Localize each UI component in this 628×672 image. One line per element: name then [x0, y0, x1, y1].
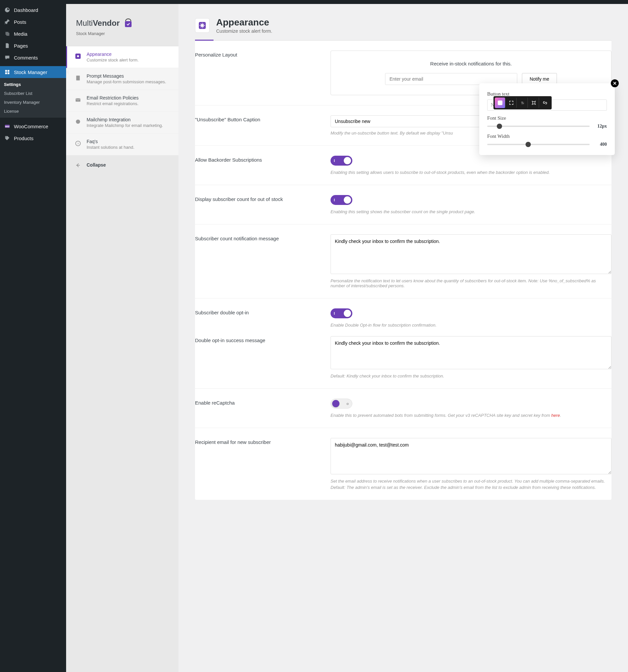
backorder-toggle[interactable]: I: [331, 156, 352, 166]
font-width-slider[interactable]: [487, 144, 590, 145]
toolbar-expand-button[interactable]: [506, 97, 516, 108]
nav-title: Prompt Messages: [87, 73, 166, 79]
plugin-sidebar: MultiVendor Stock Manager Appearance Cus…: [66, 4, 178, 672]
recaptcha-here-link[interactable]: here: [551, 413, 560, 418]
setting-label: Display subscriber count for out of stoc…: [195, 195, 317, 214]
slider-thumb[interactable]: [526, 142, 531, 147]
svg-point-11: [76, 120, 80, 124]
svg-text:T: T: [523, 102, 524, 104]
recipient-email-textarea[interactable]: habijubi@gmail.com, test@test.com: [331, 438, 611, 474]
nav-title: Faq's: [87, 139, 135, 144]
popover-close-button[interactable]: [611, 79, 619, 87]
svg-rect-1: [7, 70, 9, 72]
content-area: Appearance Customize stock alert form. P…: [178, 4, 628, 672]
nav-desc: Instant solutions at hand.: [87, 145, 135, 150]
svg-rect-0: [5, 70, 7, 72]
menu-label: Dashboard: [14, 7, 38, 13]
svg-rect-6: [125, 21, 131, 27]
brand-text-bold: Vendor: [93, 19, 120, 27]
button-style-popover: Button text Font Size 12px Font Width 40…: [479, 83, 615, 155]
submenu-inventory-manager[interactable]: Inventory Manager: [0, 98, 66, 107]
page-subtitle: Customize stock alert form.: [216, 28, 272, 34]
menu-comments[interactable]: Comments: [0, 52, 66, 64]
brand-text-light: Multi: [76, 19, 93, 27]
toolbar-text-button[interactable]: TT: [517, 97, 528, 108]
toggle-on-label: I: [334, 311, 335, 315]
svg-rect-9: [76, 76, 80, 80]
nav-appearance[interactable]: Appearance Customize stock alert form.: [66, 46, 178, 68]
toolbar-link-button[interactable]: [540, 97, 550, 108]
preview-heading: Receive in-stock notifications for this.: [341, 61, 601, 67]
nav-collapse[interactable]: Collapse: [66, 155, 178, 174]
nav-desc: Manage post-form submission messages.: [87, 79, 166, 84]
nav-desc: Integrate Mailchimp for email marketing.: [87, 123, 163, 128]
nav-desc: Customize stock alert form.: [87, 57, 139, 63]
submenu-license[interactable]: License: [0, 107, 66, 116]
menu-label: Comments: [14, 55, 38, 61]
submenu-subscriber-list[interactable]: Subscriber List: [0, 89, 66, 98]
font-size-value: 12px: [594, 124, 607, 129]
pin-icon: [4, 19, 10, 25]
display-count-toggle[interactable]: I: [331, 195, 352, 205]
menu-media[interactable]: Media: [0, 28, 66, 40]
nav-email-restriction[interactable]: Email Restriction Policies Restrict emai…: [66, 90, 178, 112]
row-double-optin-message: Double opt-in success message Kindly che…: [195, 333, 611, 389]
setting-label: Double opt-in success message: [195, 336, 317, 379]
toggle-on-label: I: [334, 159, 335, 163]
collapse-label: Collapse: [87, 162, 106, 168]
menu-dashboard[interactable]: Dashboard: [0, 4, 66, 16]
row-recipient-email: Recipient email for new subscriber habij…: [195, 428, 611, 500]
setting-hint: Enable this to prevent automated bots fr…: [331, 413, 611, 418]
setting-hint: Enable Double Opt-in flow for subscripti…: [331, 322, 611, 328]
recaptcha-toggle[interactable]: o: [331, 399, 352, 409]
toggle-knob: [344, 157, 351, 164]
toggle-knob: [344, 196, 351, 203]
envelope-icon: [74, 96, 82, 104]
font-size-slider[interactable]: [487, 126, 590, 127]
nav-prompt-messages[interactable]: Prompt Messages Manage post-form submiss…: [66, 68, 178, 90]
row-enable-recaptcha: Enable reCaptcha o Enable this to preven…: [195, 389, 611, 428]
style-toolbar: TT: [493, 96, 552, 110]
toggle-knob: [344, 310, 351, 317]
toolbar-align-button[interactable]: [529, 97, 539, 108]
toggle-off-label: o: [346, 402, 349, 406]
nav-mailchimp[interactable]: Mailchimp Integration Integrate Mailchim…: [66, 112, 178, 134]
slider-thumb[interactable]: [497, 124, 502, 129]
media-icon: [4, 30, 10, 37]
double-optin-message-textarea[interactable]: Kindly check your inbox to confirm the s…: [331, 336, 611, 369]
tab-bar: [195, 40, 611, 41]
double-optin-toggle[interactable]: I: [331, 308, 352, 318]
menu-label: Stock Manager: [14, 69, 47, 75]
menu-pages[interactable]: Pages: [0, 40, 66, 52]
nav-faqs[interactable]: ? Faq's Instant solutions at hand.: [66, 134, 178, 155]
svg-text:?: ?: [77, 142, 79, 145]
setting-label: "Unsubscribe" Button Caption: [195, 115, 317, 136]
menu-woocommerce[interactable]: woo WooCommerce: [0, 120, 66, 132]
menu-label: Posts: [14, 19, 26, 25]
svg-rect-19: [532, 102, 535, 104]
toolbar-color-button[interactable]: [495, 97, 505, 108]
woocommerce-icon: woo: [4, 123, 10, 129]
row-count-notification-message: Subscriber count notification message Ki…: [195, 224, 611, 298]
wp-admin-bar: [0, 0, 628, 4]
popover-label-font-width: Font Width: [487, 134, 607, 139]
svg-rect-16: [498, 100, 502, 105]
setting-hint: Default: Kindly check your inbox to conf…: [331, 374, 611, 379]
setting-hint: Default: The admin's email is set as the…: [331, 485, 611, 490]
row-display-subscriber-count: Display subscriber count for out of stoc…: [195, 185, 611, 224]
setting-hint: Enabling this setting allows users to su…: [331, 170, 611, 175]
menu-posts[interactable]: Posts: [0, 16, 66, 28]
menu-label: Pages: [14, 43, 28, 49]
svg-point-15: [201, 24, 203, 27]
nav-title: Appearance: [87, 52, 139, 57]
brand-bag-icon: [122, 17, 134, 29]
menu-stock-manager[interactable]: Stock Manager: [0, 66, 66, 78]
menu-products[interactable]: Products: [0, 132, 66, 144]
products-icon: [4, 135, 10, 142]
setting-hint: Set the email address to receive notific…: [331, 479, 611, 484]
submenu-settings[interactable]: Settings: [0, 80, 66, 89]
plugin-brand: MultiVendor Stock Manager: [66, 17, 178, 46]
count-message-textarea[interactable]: Kindly check your inbox to confirm the s…: [331, 234, 611, 274]
page-icon: [4, 42, 10, 49]
arrow-left-icon: [74, 161, 82, 169]
